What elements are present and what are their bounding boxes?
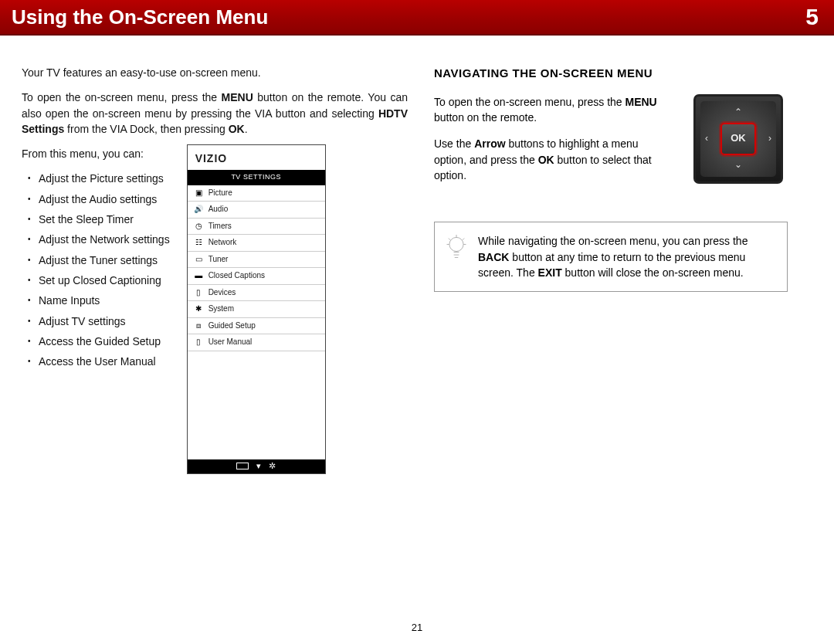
picture-icon: ▣	[195, 188, 203, 197]
tip-text: While navigating the on-screen menu, you…	[478, 233, 773, 280]
tv-menu-item: ▬Closed Captions	[188, 268, 325, 285]
page-number: 21	[412, 622, 422, 633]
setup-icon: ⧈	[195, 321, 203, 330]
intro-text-2: To open the on-screen menu, press the ME…	[22, 90, 408, 137]
speaker-icon: 🔊	[195, 205, 203, 214]
ok-button: OK	[720, 123, 756, 155]
tv-menu-item: ▯User Manual	[188, 334, 325, 351]
list-item: Adjust the Picture settings	[39, 171, 170, 186]
tv-menu-item: ▣Picture	[188, 185, 325, 202]
footer-gear-icon: ✲	[269, 460, 276, 473]
svg-line-3	[463, 239, 464, 240]
cc-icon: ▬	[195, 272, 203, 280]
right-column: NAVIGATING THE ON-SCREEN MENU To open th…	[434, 65, 819, 474]
network-icon: ☷	[195, 239, 203, 247]
tv-brand-logo: VIZIO	[188, 145, 325, 170]
from-this-menu: From this menu, you can:	[22, 146, 170, 161]
menu-capabilities-list: Adjust the Picture settings Adjust the A…	[22, 171, 170, 369]
clock-icon: ◷	[195, 222, 203, 230]
tv-menu-item: ✱System	[188, 301, 325, 318]
page-title: Using the On-Screen Menu	[12, 5, 268, 29]
tv-menu-item: ▯Devices	[188, 285, 325, 302]
tv-menu-heading: TV SETTINGS	[188, 170, 325, 185]
lightbulb-icon	[446, 235, 467, 265]
list-item: Set the Sleep Timer	[39, 212, 170, 227]
arrow-left-icon: ‹	[705, 132, 708, 145]
tv-menu-footer: ▾ ✲	[188, 459, 325, 473]
arrow-up-icon: ⌃	[734, 106, 742, 119]
remote-dpad: ⌃ ⌄ ‹ › OK	[693, 94, 783, 184]
tv-settings-menu: VIZIO TV SETTINGS ▣Picture 🔊Audio ◷Timer…	[187, 144, 326, 473]
section-heading: NAVIGATING THE ON-SCREEN MENU	[434, 65, 819, 82]
footer-wide-icon	[236, 463, 249, 469]
tuner-icon: ▭	[195, 255, 203, 263]
list-item: Adjust the Network settings	[39, 232, 170, 247]
devices-icon: ▯	[195, 288, 203, 297]
list-item: Name Inputs	[39, 293, 170, 308]
chapter-banner: Using the On-Screen Menu 5	[0, 0, 834, 36]
tv-menu-item: ▭Tuner	[188, 252, 325, 269]
intro-text-1: Your TV features an easy-to-use on-scree…	[22, 65, 408, 80]
left-column: Your TV features an easy-to-use on-scree…	[22, 65, 408, 474]
list-item: Access the Guided Setup	[39, 334, 170, 349]
arrow-right-icon: ›	[768, 132, 771, 145]
tv-menu-item: ☷Network	[188, 235, 325, 252]
svg-line-2	[449, 239, 450, 240]
tv-menu-item: 🔊Audio	[188, 202, 325, 219]
gear-icon: ✱	[195, 305, 203, 314]
nav-para-1: To open the on-screen menu, press the ME…	[434, 94, 666, 126]
tip-callout: While navigating the on-screen menu, you…	[434, 222, 788, 292]
list-item: Adjust the Tuner settings	[39, 253, 170, 268]
arrow-down-icon: ⌄	[734, 158, 742, 171]
list-item: Set up Closed Captioning	[39, 273, 170, 288]
tv-menu-item: ◷Timers	[188, 219, 325, 236]
svg-point-0	[449, 238, 463, 252]
footer-v-icon: ▾	[256, 460, 261, 473]
chapter-number: 5	[805, 4, 819, 30]
list-item: Access the User Manual	[39, 354, 170, 369]
tv-menu-item: ⧈Guided Setup	[188, 318, 325, 335]
nav-para-2: Use the Arrow buttons to highlight a men…	[434, 136, 666, 183]
list-item: Adjust the Audio settings	[39, 192, 170, 207]
list-item: Adjust TV settings	[39, 314, 170, 329]
manual-icon: ▯	[195, 338, 203, 347]
